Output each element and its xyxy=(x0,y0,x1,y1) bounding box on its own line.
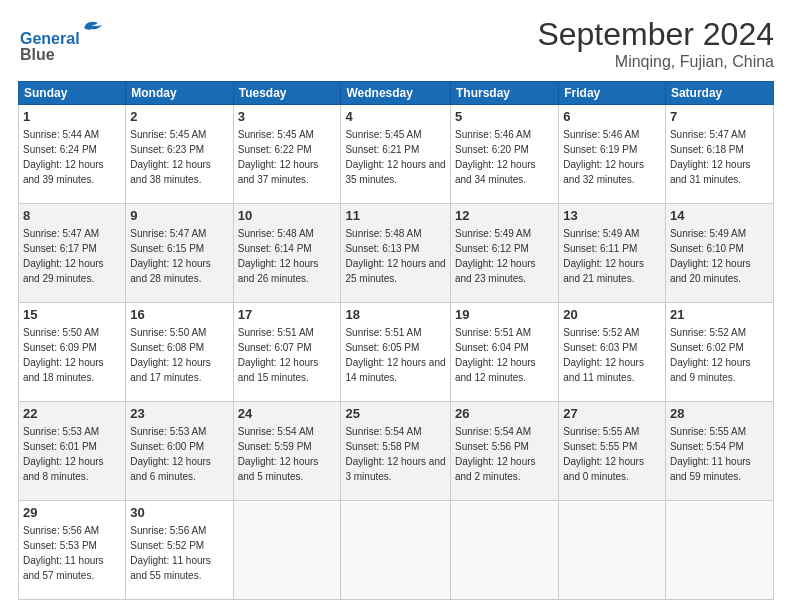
calendar-cell: 23 Sunrise: 5:53 AMSunset: 6:00 PMDaylig… xyxy=(126,402,233,501)
day-info: Sunrise: 5:55 AMSunset: 5:54 PMDaylight:… xyxy=(670,426,751,482)
title-block: September 2024 Minqing, Fujian, China xyxy=(537,16,774,71)
day-number: 30 xyxy=(130,504,228,522)
calendar-cell xyxy=(341,501,451,600)
svg-text:General: General xyxy=(20,30,80,47)
day-info: Sunrise: 5:46 AMSunset: 6:20 PMDaylight:… xyxy=(455,129,536,185)
day-info: Sunrise: 5:45 AMSunset: 6:23 PMDaylight:… xyxy=(130,129,211,185)
day-number: 2 xyxy=(130,108,228,126)
day-info: Sunrise: 5:52 AMSunset: 6:02 PMDaylight:… xyxy=(670,327,751,383)
calendar-cell: 22 Sunrise: 5:53 AMSunset: 6:01 PMDaylig… xyxy=(19,402,126,501)
header-saturday: Saturday xyxy=(665,82,773,105)
calendar-cell: 12 Sunrise: 5:49 AMSunset: 6:12 PMDaylig… xyxy=(450,204,558,303)
calendar-cell: 4 Sunrise: 5:45 AMSunset: 6:21 PMDayligh… xyxy=(341,105,451,204)
day-number: 13 xyxy=(563,207,661,225)
calendar-cell: 10 Sunrise: 5:48 AMSunset: 6:14 PMDaylig… xyxy=(233,204,341,303)
header-tuesday: Tuesday xyxy=(233,82,341,105)
calendar-cell: 3 Sunrise: 5:45 AMSunset: 6:22 PMDayligh… xyxy=(233,105,341,204)
day-number: 27 xyxy=(563,405,661,423)
day-number: 7 xyxy=(670,108,769,126)
calendar-cell: 14 Sunrise: 5:49 AMSunset: 6:10 PMDaylig… xyxy=(665,204,773,303)
day-number: 6 xyxy=(563,108,661,126)
calendar-row: 8 Sunrise: 5:47 AMSunset: 6:17 PMDayligh… xyxy=(19,204,774,303)
day-number: 24 xyxy=(238,405,337,423)
calendar-cell: 2 Sunrise: 5:45 AMSunset: 6:23 PMDayligh… xyxy=(126,105,233,204)
calendar-cell: 26 Sunrise: 5:54 AMSunset: 5:56 PMDaylig… xyxy=(450,402,558,501)
calendar-cell: 29 Sunrise: 5:56 AMSunset: 5:53 PMDaylig… xyxy=(19,501,126,600)
calendar-cell: 30 Sunrise: 5:56 AMSunset: 5:52 PMDaylig… xyxy=(126,501,233,600)
day-info: Sunrise: 5:48 AMSunset: 6:13 PMDaylight:… xyxy=(345,228,445,284)
calendar-row: 29 Sunrise: 5:56 AMSunset: 5:53 PMDaylig… xyxy=(19,501,774,600)
day-number: 1 xyxy=(23,108,121,126)
calendar-row: 22 Sunrise: 5:53 AMSunset: 6:01 PMDaylig… xyxy=(19,402,774,501)
calendar-cell: 28 Sunrise: 5:55 AMSunset: 5:54 PMDaylig… xyxy=(665,402,773,501)
day-number: 23 xyxy=(130,405,228,423)
calendar-cell xyxy=(233,501,341,600)
day-number: 9 xyxy=(130,207,228,225)
header-thursday: Thursday xyxy=(450,82,558,105)
day-info: Sunrise: 5:49 AMSunset: 6:10 PMDaylight:… xyxy=(670,228,751,284)
calendar-cell: 11 Sunrise: 5:48 AMSunset: 6:13 PMDaylig… xyxy=(341,204,451,303)
day-number: 15 xyxy=(23,306,121,324)
header-wednesday: Wednesday xyxy=(341,82,451,105)
day-number: 22 xyxy=(23,405,121,423)
day-info: Sunrise: 5:53 AMSunset: 6:00 PMDaylight:… xyxy=(130,426,211,482)
day-info: Sunrise: 5:51 AMSunset: 6:05 PMDaylight:… xyxy=(345,327,445,383)
svg-text:Blue: Blue xyxy=(20,46,55,63)
day-info: Sunrise: 5:44 AMSunset: 6:24 PMDaylight:… xyxy=(23,129,104,185)
calendar-cell: 19 Sunrise: 5:51 AMSunset: 6:04 PMDaylig… xyxy=(450,303,558,402)
day-number: 28 xyxy=(670,405,769,423)
day-info: Sunrise: 5:54 AMSunset: 5:58 PMDaylight:… xyxy=(345,426,445,482)
calendar-cell: 27 Sunrise: 5:55 AMSunset: 5:55 PMDaylig… xyxy=(559,402,666,501)
calendar-cell xyxy=(559,501,666,600)
calendar-cell: 17 Sunrise: 5:51 AMSunset: 6:07 PMDaylig… xyxy=(233,303,341,402)
day-number: 26 xyxy=(455,405,554,423)
header-sunday: Sunday xyxy=(19,82,126,105)
title-location: Minqing, Fujian, China xyxy=(537,53,774,71)
day-info: Sunrise: 5:47 AMSunset: 6:18 PMDaylight:… xyxy=(670,129,751,185)
logo-svg: General Blue xyxy=(18,16,128,64)
day-number: 10 xyxy=(238,207,337,225)
day-number: 20 xyxy=(563,306,661,324)
day-number: 18 xyxy=(345,306,446,324)
day-info: Sunrise: 5:45 AMSunset: 6:22 PMDaylight:… xyxy=(238,129,319,185)
day-number: 19 xyxy=(455,306,554,324)
calendar-cell: 25 Sunrise: 5:54 AMSunset: 5:58 PMDaylig… xyxy=(341,402,451,501)
day-number: 25 xyxy=(345,405,446,423)
day-info: Sunrise: 5:52 AMSunset: 6:03 PMDaylight:… xyxy=(563,327,644,383)
day-info: Sunrise: 5:47 AMSunset: 6:17 PMDaylight:… xyxy=(23,228,104,284)
day-number: 12 xyxy=(455,207,554,225)
day-info: Sunrise: 5:55 AMSunset: 5:55 PMDaylight:… xyxy=(563,426,644,482)
calendar-table: Sunday Monday Tuesday Wednesday Thursday… xyxy=(18,81,774,600)
day-number: 21 xyxy=(670,306,769,324)
page: General Blue September 2024 Minqing, Fuj… xyxy=(0,0,792,612)
day-info: Sunrise: 5:49 AMSunset: 6:11 PMDaylight:… xyxy=(563,228,644,284)
calendar-cell: 8 Sunrise: 5:47 AMSunset: 6:17 PMDayligh… xyxy=(19,204,126,303)
calendar-cell: 15 Sunrise: 5:50 AMSunset: 6:09 PMDaylig… xyxy=(19,303,126,402)
logo: General Blue xyxy=(18,16,128,64)
day-number: 8 xyxy=(23,207,121,225)
calendar-cell: 18 Sunrise: 5:51 AMSunset: 6:05 PMDaylig… xyxy=(341,303,451,402)
calendar-cell: 20 Sunrise: 5:52 AMSunset: 6:03 PMDaylig… xyxy=(559,303,666,402)
day-info: Sunrise: 5:47 AMSunset: 6:15 PMDaylight:… xyxy=(130,228,211,284)
day-number: 11 xyxy=(345,207,446,225)
calendar-cell: 7 Sunrise: 5:47 AMSunset: 6:18 PMDayligh… xyxy=(665,105,773,204)
day-info: Sunrise: 5:46 AMSunset: 6:19 PMDaylight:… xyxy=(563,129,644,185)
day-number: 29 xyxy=(23,504,121,522)
calendar-cell xyxy=(450,501,558,600)
day-info: Sunrise: 5:56 AMSunset: 5:52 PMDaylight:… xyxy=(130,525,211,581)
header-row: Sunday Monday Tuesday Wednesday Thursday… xyxy=(19,82,774,105)
day-info: Sunrise: 5:54 AMSunset: 5:59 PMDaylight:… xyxy=(238,426,319,482)
day-info: Sunrise: 5:54 AMSunset: 5:56 PMDaylight:… xyxy=(455,426,536,482)
calendar-cell: 1 Sunrise: 5:44 AMSunset: 6:24 PMDayligh… xyxy=(19,105,126,204)
day-number: 16 xyxy=(130,306,228,324)
header-monday: Monday xyxy=(126,82,233,105)
calendar-cell: 13 Sunrise: 5:49 AMSunset: 6:11 PMDaylig… xyxy=(559,204,666,303)
day-number: 4 xyxy=(345,108,446,126)
calendar-cell: 21 Sunrise: 5:52 AMSunset: 6:02 PMDaylig… xyxy=(665,303,773,402)
calendar-cell: 6 Sunrise: 5:46 AMSunset: 6:19 PMDayligh… xyxy=(559,105,666,204)
day-info: Sunrise: 5:51 AMSunset: 6:04 PMDaylight:… xyxy=(455,327,536,383)
calendar-row: 15 Sunrise: 5:50 AMSunset: 6:09 PMDaylig… xyxy=(19,303,774,402)
calendar-cell: 16 Sunrise: 5:50 AMSunset: 6:08 PMDaylig… xyxy=(126,303,233,402)
calendar-row: 1 Sunrise: 5:44 AMSunset: 6:24 PMDayligh… xyxy=(19,105,774,204)
day-info: Sunrise: 5:48 AMSunset: 6:14 PMDaylight:… xyxy=(238,228,319,284)
